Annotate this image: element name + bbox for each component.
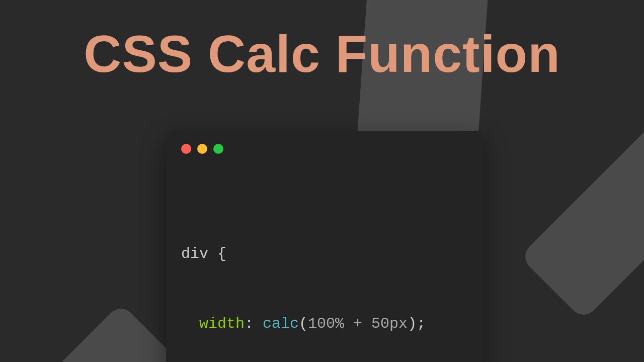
bg-shape-right — [520, 72, 644, 321]
expression: 100% + 50px — [308, 315, 408, 332]
close-icon — [181, 144, 191, 154]
property: width — [199, 315, 245, 332]
code-line: width: calc(100% + 50px); — [181, 312, 468, 336]
paren-open: ( — [299, 315, 308, 332]
brace-open: { — [208, 245, 226, 262]
code-block: div { width: calc(100% + 50px); } div { … — [181, 172, 468, 362]
function: calc — [263, 315, 299, 332]
minimize-icon — [197, 144, 207, 154]
window-traffic-lights — [181, 144, 468, 154]
bg-shape-bottom-left — [0, 303, 185, 362]
code-window: div { width: calc(100% + 50px); } div { … — [166, 131, 483, 362]
paren-close: ); — [408, 315, 426, 332]
selector: div — [181, 245, 208, 262]
code-line: div { — [181, 242, 468, 266]
maximize-icon — [213, 144, 223, 154]
page-title: CSS Calc Function — [0, 24, 644, 84]
colon: : — [245, 315, 263, 332]
